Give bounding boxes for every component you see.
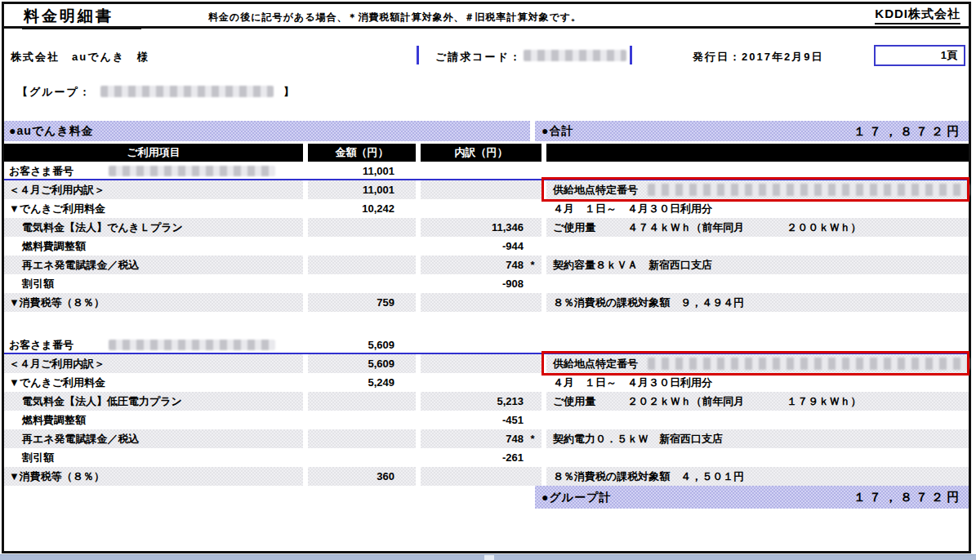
- row-amount: 360: [308, 467, 416, 486]
- row-remark: 契約電力０．５ｋＷ 新宿西口支店: [546, 429, 969, 448]
- customer-name: 株式会社 auでんき 様: [11, 50, 149, 64]
- row-breakdown: -944: [502, 237, 524, 256]
- row-amount: 10,242: [308, 199, 416, 218]
- col-header-item: ご利用項目: [4, 144, 303, 162]
- table-row: 燃料費調整額 -944: [4, 237, 969, 256]
- page-number-box: 1頁: [874, 45, 965, 66]
- row-amount: 5,609: [308, 336, 416, 353]
- row-remark: ４月 １日～ ４月３０日利用分: [546, 373, 969, 392]
- row-item: ＜４月ご利用内訳＞: [4, 180, 303, 199]
- statement-page: 料金明細書 料金の後に記号がある場合、＊消費税額計算対象外、＃旧税率計算対象です…: [2, 2, 971, 553]
- window-edge-notch: [484, 555, 494, 560]
- row-remark: [546, 274, 969, 293]
- row-amount: 11,001: [308, 180, 416, 199]
- row-breakdown: 5,213: [497, 392, 524, 411]
- tax-exempt-marker: *: [524, 429, 541, 448]
- header: 料金明細書 料金の後に記号がある場合、＊消費税額計算対象外、＃旧税率計算対象です…: [4, 4, 969, 29]
- col-header-remark: 備考: [546, 144, 969, 162]
- supply-point-number-redacted: [648, 184, 969, 196]
- total-label: ●合計: [541, 121, 573, 141]
- row-item: ＜４月ご利用内訳＞: [4, 354, 303, 373]
- blue-divider: [630, 46, 632, 64]
- row-breakdown: 11,346: [492, 218, 524, 237]
- window-bottom-edge: [0, 554, 976, 560]
- row-item: ▼でんきご利用料金: [4, 199, 303, 218]
- group-row: 【グループ： 】: [4, 82, 969, 101]
- row-breakdown: -451: [502, 411, 524, 429]
- row-remark: [546, 237, 969, 256]
- row-remark: ８％消費税の課税対象額 ９，４９４円: [546, 293, 969, 312]
- table-row: ＜４月ご利用内訳＞ 5,609 供給地点特定番号: [4, 354, 969, 373]
- issue-date: 発行日：2017年2月9日: [693, 50, 823, 64]
- blue-divider: [417, 46, 419, 64]
- block-spacer: [4, 312, 969, 336]
- table-header: ご利用項目 金額（円） 内訳（円） 備考: [4, 144, 969, 162]
- row-item: ▼でんきご利用料金: [4, 373, 303, 392]
- total-bar: ●合計 １７，８７２円: [535, 121, 969, 141]
- row-amount: [308, 218, 416, 237]
- group-label: 【グループ：: [17, 85, 91, 100]
- billing-code-redacted: [524, 50, 626, 61]
- row-amount: [308, 429, 416, 448]
- row-amount: 5,249: [308, 373, 416, 392]
- group-label-close: 】: [283, 85, 294, 100]
- table-row: ▼消費税等（８％） 759 ８％消費税の課税対象額 ９，４９４円: [4, 293, 969, 312]
- row-remark: [546, 411, 969, 429]
- row-item: 電気料金【法人】低圧電力プラン: [4, 392, 303, 411]
- meta-row: 株式会社 auでんき 様 ご請求コード： 発行日：2017年2月9日 1頁: [4, 45, 969, 68]
- customer-number-redacted: [109, 340, 275, 350]
- row-remark: ８％消費税の課税対象額 ４，５０１円: [546, 467, 969, 486]
- tax-exempt-marker: *: [524, 256, 541, 274]
- row-amount: [308, 448, 416, 467]
- row-item: 再エネ発電賦課金／税込: [4, 429, 303, 448]
- row-item: 割引額: [4, 448, 303, 467]
- section-title: ●auでんき料金: [9, 124, 94, 137]
- table-row: ▼消費税等（８％） 360 ８％消費税の課税対象額 ４，５０１円: [4, 467, 969, 486]
- row-item: 割引額: [4, 274, 303, 293]
- total-amount: １７，８７２円: [853, 121, 962, 141]
- section-bars: ●auでんき料金 ●合計 １７，８７２円: [4, 121, 969, 141]
- row-amount: 5,609: [308, 354, 416, 373]
- company-name: KDDI株式会社: [875, 7, 960, 24]
- row-item: 燃料費調整額: [4, 237, 303, 256]
- row-breakdown: 748: [506, 429, 524, 448]
- row-breakdown: -908: [502, 274, 524, 293]
- row-remark: ４月 １日～ ４月３０日利用分: [546, 199, 969, 218]
- row-remark: 契約容量８ｋＶＡ 新宿西口支店: [546, 256, 969, 274]
- row-remark: [546, 336, 969, 353]
- customer-number-redacted: [109, 166, 275, 176]
- supply-point-label: 供給地点特定番号: [553, 184, 638, 196]
- row-amount: 11,001: [308, 162, 416, 179]
- row-amount: [308, 411, 416, 429]
- section-title-bar: ●auでんき料金: [4, 121, 530, 141]
- row-remark: [546, 448, 969, 467]
- row-amount: [308, 392, 416, 411]
- group-code-redacted: [100, 86, 274, 97]
- group-total-bar: ●グループ計 １７，８７２円: [535, 486, 969, 509]
- row-item: 燃料費調整額: [4, 411, 303, 429]
- table-row: 再エネ発電賦課金／税込 748* 契約容量８ｋＶＡ 新宿西口支店: [4, 256, 969, 274]
- row-item: お客さま番号: [9, 165, 74, 177]
- supply-point-number-redacted: [648, 358, 969, 370]
- row-breakdown: -261: [502, 448, 524, 467]
- group-total-label: ●グループ計: [541, 486, 611, 509]
- supply-point-label: 供給地点特定番号: [553, 358, 638, 370]
- row-remark: ご使用量 ２０２ｋＷｈ（前年同月 １７９ｋＷｈ）: [546, 392, 969, 411]
- row-amount: [308, 256, 416, 274]
- table-row: ▼でんきご利用料金 5,249 ４月 １日～ ４月３０日利用分: [4, 373, 969, 392]
- group-total-amount: １７，８７２円: [853, 486, 962, 509]
- row-remark: [546, 162, 969, 179]
- table-row: ▼でんきご利用料金 10,242 ４月 １日～ ４月３０日利用分: [4, 199, 969, 218]
- header-note: 料金の後に記号がある場合、＊消費税額計算対象外、＃旧税率計算対象です。: [208, 11, 582, 24]
- row-item: ▼消費税等（８％）: [4, 293, 303, 312]
- row-item: 再エネ発電賦課金／税込: [4, 256, 303, 274]
- table-row: 割引額 -908: [4, 274, 969, 293]
- table-row: ＜４月ご利用内訳＞ 11,001 供給地点特定番号: [4, 180, 969, 199]
- row-amount: 759: [308, 293, 416, 312]
- table-row: お客さま番号 11,001: [4, 162, 969, 180]
- billing-code-label: ご請求コード：: [435, 50, 522, 64]
- row-amount: [308, 274, 416, 293]
- row-item: 電気料金【法人】でんきＬプラン: [4, 218, 303, 237]
- row-item: お客さま番号: [9, 339, 74, 351]
- table-row: 燃料費調整額 -451: [4, 411, 969, 429]
